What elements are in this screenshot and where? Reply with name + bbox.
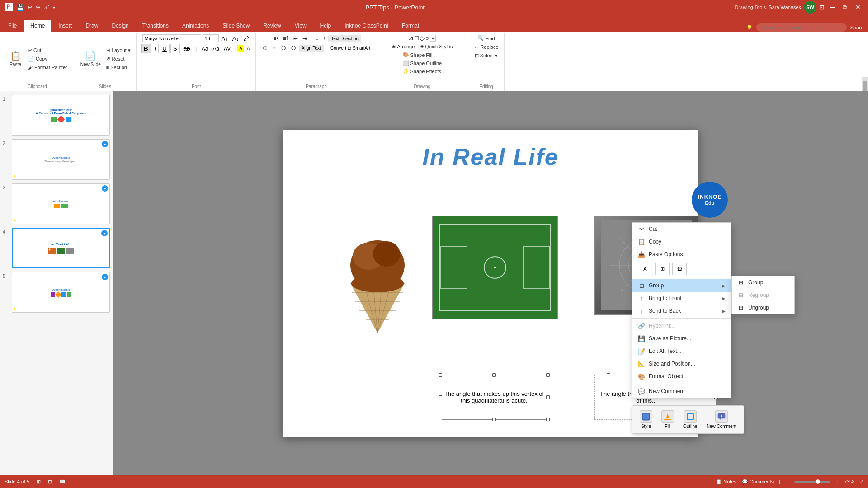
slide-thumb-3[interactable]: 3 Let's Review... ● ★ bbox=[3, 183, 110, 224]
columns-button[interactable]: ⫶ bbox=[321, 34, 327, 42]
arrange-button[interactable]: ⊞Arrange bbox=[390, 42, 416, 50]
section-button[interactable]: ≡Section bbox=[104, 64, 132, 71]
fmt-fill-button[interactable]: Fill bbox=[659, 408, 677, 431]
ctx-save-picture[interactable]: 💾 Save as Picture... bbox=[632, 332, 731, 345]
quick-format[interactable]: 🖊 bbox=[44, 4, 49, 10]
shape-2[interactable]: □ bbox=[415, 34, 418, 42]
ctx-new-comment[interactable]: 💬 New Comment bbox=[632, 385, 731, 398]
fmt-new-comment-button[interactable]: New Comment bbox=[704, 408, 739, 431]
notes-button[interactable]: 📋 Notes bbox=[716, 479, 736, 485]
tab-inknoe[interactable]: Inknoe ClassPoint bbox=[338, 20, 395, 32]
copy-button[interactable]: 📄Copy bbox=[26, 55, 69, 63]
fit-window-button[interactable]: ⤢ bbox=[859, 479, 863, 485]
shape-fill-button[interactable]: 🎨Shape Fill bbox=[401, 51, 444, 59]
tab-design[interactable]: Design bbox=[105, 20, 135, 32]
slide-view-icon[interactable]: ⊞ bbox=[37, 479, 41, 485]
slide-sorter-icon[interactable]: ⊟ bbox=[48, 479, 52, 485]
submenu-ungroup[interactable]: ⊟ Ungroup bbox=[732, 301, 794, 314]
slide-thumb-1[interactable]: 1 Quadrilaterals:A Parade of Four-Sided … bbox=[3, 95, 110, 136]
handle-br-1[interactable] bbox=[546, 418, 550, 421]
ctx-send-to-back[interactable]: ↓ Send to Back ▶ bbox=[632, 305, 731, 317]
cut-button[interactable]: ✂Cut bbox=[26, 47, 69, 54]
align-center-button[interactable]: ≡ bbox=[270, 44, 278, 52]
reading-view-icon[interactable]: 📖 bbox=[59, 479, 66, 485]
paste-opt-1[interactable]: A bbox=[638, 263, 652, 275]
font-size-input[interactable] bbox=[203, 34, 219, 42]
zoom-in-button[interactable]: + bbox=[836, 479, 839, 484]
handle-tl-1[interactable] bbox=[439, 373, 442, 377]
font-family-input[interactable] bbox=[142, 34, 201, 42]
replace-button[interactable]: ↔Replace bbox=[472, 43, 500, 51]
icecream-image[interactable] bbox=[328, 206, 427, 338]
handle-r-1[interactable] bbox=[546, 395, 550, 399]
ctx-group[interactable]: ⊞ Group ▶ bbox=[632, 279, 731, 292]
slide-thumb-4[interactable]: 4 In Real Life 🍦 ● bbox=[3, 228, 110, 268]
share-button[interactable]: Share bbox=[850, 25, 863, 30]
new-slide-button[interactable]: 📄 New Slide bbox=[78, 49, 104, 68]
line-spacing-button[interactable]: ↕ bbox=[314, 34, 320, 42]
underline-button[interactable]: U bbox=[160, 44, 170, 53]
shape-effects-button[interactable]: ✨Shape Effects bbox=[401, 67, 444, 75]
inknoe-badge[interactable]: INKNOE Edu bbox=[692, 182, 728, 218]
numbering-button[interactable]: ≡1 bbox=[281, 34, 291, 42]
select-button[interactable]: ⊡Select ▾ bbox=[473, 52, 500, 60]
submenu-group[interactable]: ⊞ Group bbox=[732, 276, 794, 289]
minimize-button[interactable]: ─ bbox=[827, 4, 837, 11]
italic-button[interactable]: I bbox=[152, 44, 159, 53]
font-color-aa-button[interactable]: Aa bbox=[200, 45, 210, 53]
fmt-outline-button[interactable]: Outline bbox=[680, 408, 700, 431]
shape-1[interactable]: ⊿ bbox=[408, 34, 414, 42]
ctx-format-object[interactable]: 🎨 Format Object... bbox=[632, 370, 731, 383]
tab-view[interactable]: View bbox=[288, 20, 313, 32]
align-left-button[interactable]: ⬡ bbox=[260, 44, 269, 52]
ctx-copy[interactable]: 📋 Copy bbox=[632, 235, 731, 248]
font-size-aa-button[interactable]: Aa bbox=[211, 45, 221, 53]
handle-t-1[interactable] bbox=[492, 373, 496, 377]
submenu-regroup[interactable]: ⊞ Regroup bbox=[732, 289, 794, 301]
handle-l-1[interactable] bbox=[439, 395, 442, 399]
ctx-edit-alt[interactable]: 📝 Edit Alt Text... bbox=[632, 345, 731, 357]
align-text-button[interactable]: Align Text bbox=[299, 45, 324, 52]
ctx-size-position[interactable]: 📐 Size and Position... bbox=[632, 357, 731, 370]
text-direction-button[interactable]: Text Direction bbox=[328, 35, 361, 42]
fmt-style-button[interactable]: Style bbox=[637, 408, 655, 431]
paste-opt-2[interactable]: ⊞ bbox=[655, 263, 670, 275]
comments-button[interactable]: 💬 Comments bbox=[742, 479, 774, 485]
restore-button[interactable]: ⧉ bbox=[840, 4, 850, 11]
user-avatar[interactable]: SW bbox=[804, 1, 816, 14]
close-button[interactable]: ✕ bbox=[853, 4, 863, 11]
tab-help[interactable]: Help bbox=[314, 20, 338, 32]
tab-review[interactable]: Review bbox=[257, 20, 287, 32]
find-button[interactable]: 🔍Find bbox=[476, 34, 496, 42]
quick-dropdown[interactable]: ▾ bbox=[53, 5, 55, 10]
highlight-button[interactable]: A bbox=[237, 45, 244, 52]
justify-button[interactable]: ⬡ bbox=[289, 44, 298, 52]
paste-opt-3[interactable]: 🖼 bbox=[672, 263, 687, 275]
tab-file[interactable]: File bbox=[2, 20, 23, 32]
search-input[interactable] bbox=[756, 23, 847, 32]
handle-bl-1[interactable] bbox=[439, 418, 442, 421]
tab-slideshow[interactable]: Slide Show bbox=[216, 20, 256, 32]
reset-button[interactable]: ↺Reset bbox=[104, 55, 132, 63]
text-box-1[interactable]: The angle that makes up this vertex of t… bbox=[440, 375, 548, 420]
shape-3[interactable]: ◇ bbox=[420, 34, 425, 42]
quick-save[interactable]: 💾 bbox=[16, 4, 24, 11]
shape-4[interactable]: ○ bbox=[425, 34, 429, 42]
slide-thumb-5[interactable]: 5 Quadrilaterals ● ★ bbox=[3, 272, 110, 313]
align-right-button[interactable]: ⬡ bbox=[279, 44, 288, 52]
increase-font-button[interactable]: A↑ bbox=[220, 35, 230, 42]
ctx-cut[interactable]: ✂ Cut bbox=[632, 223, 731, 235]
clear-format-button[interactable]: 🖊 bbox=[242, 35, 250, 42]
quick-redo[interactable]: ↪ bbox=[36, 4, 40, 10]
char-spacing-button[interactable]: AV bbox=[222, 45, 232, 53]
zoom-slider[interactable] bbox=[794, 481, 830, 483]
shape-outline-button[interactable]: ⬜Shape Outline bbox=[401, 59, 444, 67]
bullets-button[interactable]: ≡• bbox=[271, 34, 280, 42]
tab-transitions[interactable]: Transitions bbox=[136, 20, 175, 32]
handle-b-1[interactable] bbox=[492, 418, 496, 421]
decrease-font-button[interactable]: A↓ bbox=[231, 35, 241, 42]
slide-thumb-2[interactable]: 2 Quadrilaterals There are many differen… bbox=[3, 139, 110, 180]
tab-animations[interactable]: Animations bbox=[176, 20, 215, 32]
soccer-image[interactable] bbox=[432, 216, 558, 319]
tab-home[interactable]: Home bbox=[24, 20, 51, 32]
